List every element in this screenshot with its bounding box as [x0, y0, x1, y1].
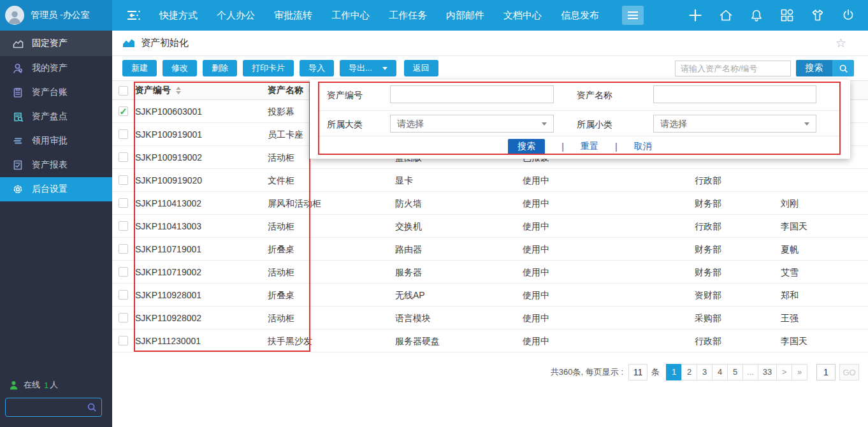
row-checkbox[interactable] — [119, 336, 128, 345]
top-menu-item-5[interactable]: 内部邮件 — [446, 10, 484, 22]
top-menu-item-6[interactable]: 文档中心 — [503, 10, 542, 22]
page-size-input[interactable]: 11 — [628, 364, 647, 380]
page-button-5[interactable]: 5 — [727, 364, 743, 380]
top-menu-item-7[interactable]: 信息发布 — [561, 10, 599, 22]
go-button[interactable]: GO — [839, 364, 859, 380]
cell-asset-code: SJKP110413002 — [135, 192, 201, 215]
cell-department: 行政部 — [695, 329, 721, 352]
row-checkbox[interactable]: ✓ — [119, 106, 128, 116]
bell-button[interactable] — [749, 8, 763, 22]
top-menu-item-1[interactable]: 个人办公 — [217, 10, 255, 22]
asset-search-input[interactable] — [675, 61, 791, 76]
page-button-2[interactable]: 2 — [681, 364, 697, 380]
table-row-8[interactable]: SJKP110928001折叠桌无线AP使用中资财部郑和 — [112, 284, 868, 307]
search-icon[interactable] — [87, 402, 97, 412]
top-menu-item-2[interactable]: 审批流转 — [274, 10, 312, 22]
main-content: 资产初始化 ☆ 新建修改删除打印卡片导入 导出... 返回 搜索 资产编号 资产… — [112, 31, 868, 427]
cell-status: 使用中 — [523, 284, 549, 307]
page-button-4[interactable]: 4 — [712, 364, 728, 380]
cell-asset-name: 文件柜 — [268, 169, 294, 192]
pagination: 共360条, 每页显示 : 11 条 12345...33>» GO — [551, 363, 859, 381]
row-checkbox[interactable] — [119, 313, 128, 322]
sidebar-item-label: 后台设置 — [32, 184, 68, 195]
select-all-checkbox[interactable] — [119, 86, 128, 96]
filter-asset-code-input[interactable] — [390, 85, 554, 103]
delete-button[interactable]: 删除 — [203, 60, 237, 76]
export-button[interactable]: 导出... — [340, 60, 396, 76]
next-page-button[interactable]: > — [776, 364, 792, 380]
sidebar-item-my-assets[interactable]: 我的资产 — [0, 56, 112, 80]
sidebar-item-fixed-assets[interactable]: 固定资产 — [0, 31, 112, 56]
page-button-33[interactable]: 33 — [758, 364, 777, 380]
filter-reset-button[interactable]: 重置 — [581, 141, 598, 152]
search-icon[interactable] — [832, 60, 854, 76]
column-header-asset-name[interactable]: 资产名称 — [268, 81, 314, 99]
cell-person: 李国天 — [781, 215, 807, 238]
table-row-9[interactable]: SJKP110928002活动柜语言模块使用中采购部王强 — [112, 307, 868, 329]
row-checkbox[interactable] — [119, 175, 128, 185]
user-menu[interactable]: 管理员 -办公室 — [0, 0, 112, 31]
filter-subcategory-label: 所属小类 — [577, 114, 612, 134]
edit-button[interactable]: 修改 — [163, 60, 197, 76]
row-checkbox[interactable] — [119, 152, 128, 162]
table-row-3[interactable]: SJKP100919020文件柜显卡使用中行政部 — [112, 169, 868, 192]
search-button[interactable]: 搜索 — [796, 60, 854, 76]
avatar — [5, 6, 24, 25]
cell-asset-code: SJKP110719002 — [135, 261, 201, 284]
filter-search-button[interactable]: 搜索 — [508, 139, 545, 155]
back-button[interactable]: 返回 — [404, 60, 438, 76]
table-row-6[interactable]: SJKP110719001折叠桌路由器使用中财务部夏帆 — [112, 238, 868, 261]
import-button[interactable]: 导入 — [300, 60, 334, 76]
row-checkbox[interactable] — [119, 129, 128, 139]
cell-status: 使用中 — [523, 169, 549, 192]
top-menu-item-3[interactable]: 工作中心 — [331, 10, 370, 22]
sidebar-item-label: 我的资产 — [32, 62, 68, 74]
plus-icon — [688, 8, 702, 22]
sidebar-item-requisition-approval[interactable]: 领用审批 — [0, 129, 112, 153]
cell-status: 使用中 — [523, 329, 549, 352]
table-row-5[interactable]: SJKP110413003活动柜交换机使用中行政部李国天 — [112, 215, 868, 238]
filter-panel: 资产编号 资产名称 所属大类 请选择 所属小类 请选择 搜索 | 重置 | 取消 — [310, 80, 850, 159]
filter-asset-name-label: 资产名称 — [577, 85, 612, 105]
favorite-star-icon[interactable]: ☆ — [835, 36, 846, 50]
row-checkbox[interactable] — [119, 267, 128, 277]
page-button-3[interactable]: 3 — [697, 364, 712, 380]
cell-asset-name: 活动柜 — [268, 146, 294, 169]
sort-icon[interactable] — [176, 87, 181, 94]
filter-category-select[interactable]: 请选择 — [390, 115, 554, 133]
print-card-button[interactable]: 打印卡片 — [243, 60, 294, 76]
filter-cancel-button[interactable]: 取消 — [634, 141, 652, 152]
pagination-summary: 共360条, 每页显示 : — [551, 366, 623, 378]
sidebar-search-input[interactable] — [6, 403, 87, 412]
new-button[interactable]: 新建 — [122, 60, 157, 76]
hamburger-menu-button[interactable] — [622, 6, 644, 25]
apps-button[interactable] — [780, 8, 794, 22]
chart-icon — [13, 39, 24, 48]
sidebar-item-asset-reports[interactable]: 资产报表 — [0, 153, 112, 177]
row-checkbox[interactable] — [119, 198, 128, 208]
page-ellipsis: ... — [742, 364, 758, 380]
filter-asset-name-input[interactable] — [653, 85, 816, 103]
home-button[interactable] — [719, 8, 733, 22]
sidebar-item-admin-settings[interactable]: 后台设置 — [0, 177, 112, 201]
page-jump-input[interactable] — [816, 364, 835, 380]
power-button[interactable] — [841, 8, 855, 22]
sidebar-item-asset-ledger[interactable]: 资产台账 — [0, 80, 112, 105]
table-row-4[interactable]: SJKP110413002屏风和活动柜防火墙使用中财务部刘刚 — [112, 192, 868, 215]
page-button-1[interactable]: 1 — [666, 364, 682, 380]
table-row-7[interactable]: SJKP110719002活动柜服务器使用中财务部艾雪 — [112, 261, 868, 284]
top-menu-item-0[interactable]: 快捷方式 — [159, 10, 198, 22]
row-checkbox[interactable] — [119, 244, 128, 254]
row-checkbox[interactable] — [119, 290, 128, 300]
top-menu-item-4[interactable]: 工作任务 — [389, 10, 427, 22]
filter-subcategory-select[interactable]: 请选择 — [653, 115, 816, 133]
last-page-button[interactable]: » — [792, 364, 807, 380]
plus-button[interactable] — [688, 8, 702, 22]
theme-button[interactable] — [811, 8, 825, 22]
column-header-asset-code[interactable]: 资产编号 — [135, 81, 181, 99]
sidebar-item-asset-inventory[interactable]: 资产盘点 — [0, 105, 112, 129]
collapse-menu-icon[interactable] — [126, 10, 143, 21]
row-checkbox[interactable] — [119, 221, 128, 231]
table-row-10[interactable]: SJKP111230001扶手黑沙发服务器硬盘使用中行政部李国天 — [112, 329, 868, 352]
online-label: 在线 — [24, 379, 40, 391]
